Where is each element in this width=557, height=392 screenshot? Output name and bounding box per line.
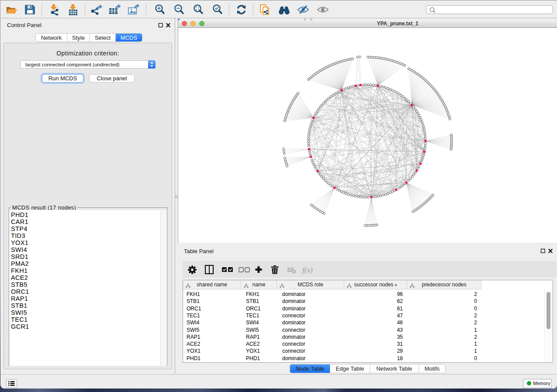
svg-text:f(x): f(x) [302,266,313,274]
